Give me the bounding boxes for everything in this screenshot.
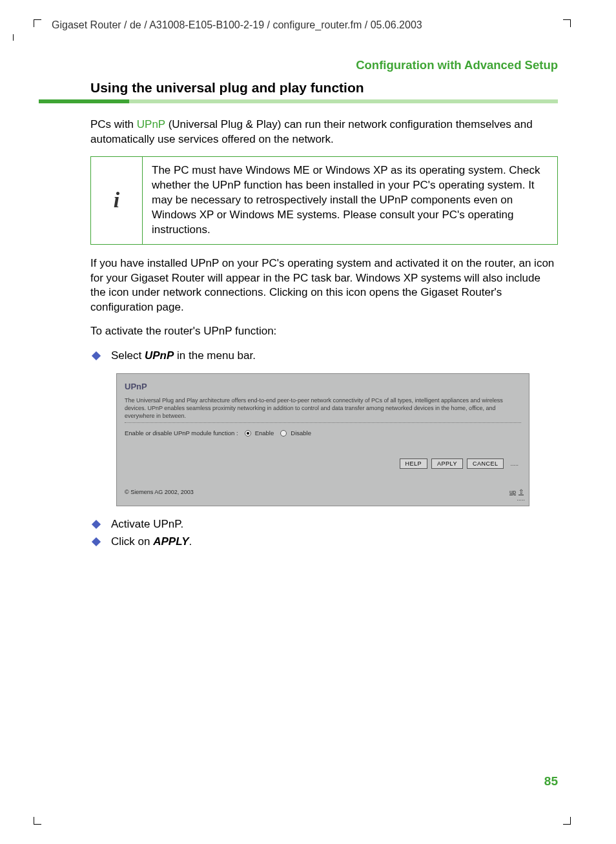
help-button[interactable]: HELP bbox=[400, 458, 428, 469]
page-number: 85 bbox=[544, 774, 558, 788]
embedded-screenshot: UPnP The Universal Plug and Play archite… bbox=[116, 373, 529, 506]
crop-tick bbox=[13, 34, 14, 41]
corner-dots: ..... bbox=[117, 495, 529, 502]
up-label: up bbox=[509, 489, 516, 495]
ss-radio-label: Enable or disable UPnP module function : bbox=[125, 429, 238, 437]
radio-disable-label: Disable bbox=[291, 429, 311, 437]
bullet-activate-upnp: Activate UPnP. bbox=[90, 517, 558, 533]
up-link[interactable]: up ⇧ bbox=[509, 488, 524, 495]
bullet2-text: Activate UPnP. bbox=[111, 517, 183, 533]
paragraph-2: If you have installed UPnP on your PC's … bbox=[90, 256, 558, 316]
bullet1-pre: Select bbox=[111, 349, 145, 362]
section-title: Configuration with Advanced Setup bbox=[39, 58, 558, 72]
resize-dots: ..... bbox=[510, 460, 518, 467]
ss-divider bbox=[125, 422, 521, 423]
ss-copyright: © Siemens AG 2002, 2003 bbox=[125, 489, 194, 495]
ss-title: UPnP bbox=[125, 382, 521, 391]
info-box: i The PC must have Windows ME or Windows… bbox=[90, 156, 558, 245]
crop-mark bbox=[563, 19, 571, 27]
radio-disable[interactable] bbox=[280, 430, 287, 437]
diamond-icon bbox=[92, 520, 101, 529]
upnp-term: UPnP bbox=[137, 118, 165, 130]
bullet-click-apply: Click on APPLY. bbox=[90, 534, 558, 550]
bullet3-post: . bbox=[189, 535, 192, 548]
apply-button[interactable]: APPLY bbox=[431, 458, 463, 469]
bullet-select-upnp: Select UPnP in the menu bar. bbox=[90, 348, 558, 364]
rule-light bbox=[129, 99, 558, 103]
info-text: The PC must have Windows ME or Windows X… bbox=[143, 157, 557, 244]
page-heading: Using the universal plug and play functi… bbox=[90, 80, 558, 96]
ss-description: The Universal Plug and Play architecture… bbox=[125, 396, 521, 420]
rule-accent bbox=[39, 99, 129, 103]
diamond-icon bbox=[92, 537, 101, 546]
bullet3-bold: APPLY bbox=[153, 535, 189, 548]
crop-mark bbox=[563, 817, 571, 825]
bullet1-bold: UPnP bbox=[145, 349, 174, 362]
intro-pre: PCs with bbox=[90, 118, 137, 130]
ss-radio-row: Enable or disable UPnP module function :… bbox=[125, 429, 521, 437]
cancel-button[interactable]: CANCEL bbox=[467, 458, 504, 469]
paragraph-3: To activate the router's UPnP function: bbox=[90, 324, 558, 339]
radio-enable[interactable] bbox=[245, 430, 251, 437]
info-icon: i bbox=[91, 157, 143, 244]
header-path: Gigaset Router / de / A31008-E105-B100-2… bbox=[52, 19, 558, 31]
up-arrow-icon: ⇧ bbox=[518, 488, 524, 495]
crop-mark bbox=[34, 817, 41, 825]
bullet1-post: in the menu bar. bbox=[174, 349, 256, 362]
bullet3-pre: Click on bbox=[111, 535, 153, 548]
crop-mark bbox=[34, 19, 41, 27]
diamond-icon bbox=[92, 351, 101, 360]
intro-paragraph: PCs with UPnP (Universal Plug & Play) ca… bbox=[90, 118, 558, 147]
radio-enable-label: Enable bbox=[255, 429, 274, 437]
